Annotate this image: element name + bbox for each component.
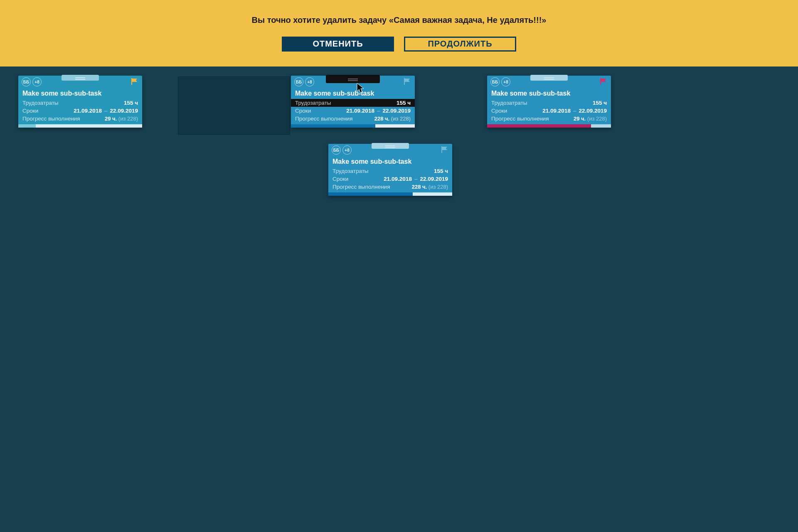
dates-value: 21.09.2018–22.09.2019	[346, 108, 411, 114]
drag-handle-icon[interactable]	[62, 75, 99, 81]
labor-label: Трудозатраты	[295, 100, 331, 106]
labor-label: Трудозатраты	[22, 100, 59, 106]
labor-value: 155 ч	[434, 168, 448, 174]
flag-icon[interactable]	[403, 78, 411, 85]
dates-row: Сроки21.09.2018–22.09.2019	[18, 107, 142, 115]
card-header: ББ+8	[18, 76, 142, 86]
avatar[interactable]: ББ	[490, 77, 500, 86]
continue-button[interactable]: ПРОДОЛЖИТЬ	[404, 37, 516, 52]
progress-label: Прогресс выполнения	[491, 116, 549, 122]
labor-label: Трудозатраты	[332, 168, 369, 174]
progress-bar	[291, 124, 415, 128]
confirm-banner: Вы точно хотите удалить задачу «Самая ва…	[0, 0, 798, 66]
drag-handle-icon[interactable]	[372, 143, 409, 149]
dates-label: Сроки	[491, 108, 507, 114]
progress-row: Прогресс выполнения29 ч. (из 228)	[18, 115, 142, 123]
avatar-more[interactable]: +8	[305, 77, 314, 86]
progress-row: Прогресс выполнения228 ч. (из 228)	[328, 183, 452, 191]
progress-value: 29 ч. (из 228)	[574, 116, 607, 122]
card-title: Make some sub-sub-task	[487, 86, 611, 99]
progress-value: 29 ч. (из 228)	[105, 116, 138, 122]
confirm-buttons: ОТМЕНИТЬ ПРОДОЛЖИТЬ	[282, 37, 516, 52]
progress-value: 228 ч. (из 228)	[374, 116, 411, 122]
task-card[interactable]: ББ+8Make some sub-sub-taskТрудозатраты15…	[291, 76, 415, 128]
drag-handle-icon[interactable]	[326, 75, 380, 83]
drag-handle-icon[interactable]	[530, 75, 568, 81]
labor-label: Трудозатраты	[491, 100, 527, 106]
assignee-avatars[interactable]: ББ+8	[22, 77, 42, 86]
progress-bar	[487, 124, 611, 128]
progress-row: Прогресс выполнения228 ч. (из 228)	[291, 115, 415, 123]
assignee-avatars[interactable]: ББ+8	[490, 77, 510, 86]
progress-bar	[328, 192, 452, 196]
avatar-more[interactable]: +8	[32, 77, 42, 86]
progress-label: Прогресс выполнения	[22, 116, 80, 122]
progress-value: 228 ч. (из 228)	[412, 184, 448, 190]
cancel-button[interactable]: ОТМЕНИТЬ	[282, 37, 394, 52]
progress-bar	[18, 124, 142, 128]
labor-row: Трудозатраты155 ч	[487, 99, 611, 107]
dates-row: Сроки21.09.2018–22.09.2019	[487, 107, 611, 115]
avatar[interactable]: ББ	[22, 77, 31, 86]
card-title: Make some sub-sub-task	[328, 155, 452, 167]
dates-value: 21.09.2018–22.09.2019	[542, 108, 607, 114]
dates-value: 21.09.2018–22.09.2019	[74, 108, 138, 114]
card-header: ББ+8	[487, 76, 611, 86]
avatar-more[interactable]: +8	[342, 145, 352, 155]
labor-row: Трудозатраты155 ч	[291, 99, 415, 107]
labor-row: Трудозатраты155 ч	[328, 167, 452, 175]
dates-label: Сроки	[295, 108, 311, 114]
dates-row: Сроки21.09.2018–22.09.2019	[328, 175, 452, 183]
flag-icon[interactable]	[441, 146, 449, 153]
labor-value: 155 ч	[124, 100, 138, 106]
dates-row: Сроки21.09.2018–22.09.2019	[291, 107, 415, 115]
avatar-more[interactable]: +8	[501, 77, 510, 86]
task-card[interactable]: ББ+8Make some sub-sub-taskТрудозатраты15…	[328, 144, 452, 196]
confirm-message: Вы точно хотите удалить задачу «Самая ва…	[252, 15, 547, 25]
dates-label: Сроки	[332, 176, 348, 182]
assignee-avatars[interactable]: ББ+8	[294, 77, 314, 86]
task-card[interactable]: ББ+8Make some sub-sub-taskТрудозатраты15…	[18, 76, 142, 128]
assignee-avatars[interactable]: ББ+8	[332, 145, 352, 155]
flag-icon[interactable]	[599, 78, 608, 85]
card-title: Make some sub-sub-task	[291, 86, 415, 99]
card-header: ББ+8	[328, 144, 452, 155]
task-card[interactable]: ББ+8Make some sub-sub-taskТрудозатраты15…	[487, 76, 611, 128]
labor-row: Трудозатраты155 ч	[18, 99, 142, 107]
dates-value: 21.09.2018–22.09.2019	[384, 176, 448, 182]
card-header: ББ+8	[291, 76, 415, 86]
progress-label: Прогресс выполнения	[332, 184, 390, 190]
avatar[interactable]: ББ	[294, 77, 303, 86]
avatar[interactable]: ББ	[332, 145, 341, 155]
flag-icon[interactable]	[131, 78, 139, 85]
dates-label: Сроки	[22, 108, 38, 114]
labor-value: 155 ч	[593, 100, 607, 106]
card-title: Make some sub-sub-task	[18, 86, 142, 99]
card-drop-zone[interactable]	[178, 76, 290, 135]
labor-value: 155 ч	[397, 100, 411, 106]
progress-label: Прогресс выполнения	[295, 116, 352, 122]
progress-row: Прогресс выполнения29 ч. (из 228)	[487, 115, 611, 123]
